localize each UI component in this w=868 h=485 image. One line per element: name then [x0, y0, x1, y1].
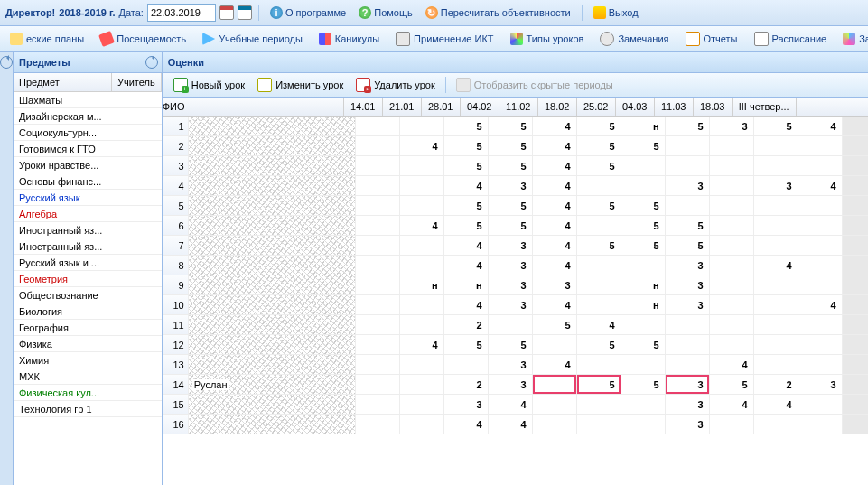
grade-cell[interactable]: 3 — [489, 375, 533, 394]
grade-cell[interactable]: 4 — [444, 176, 489, 195]
grade-cell[interactable]: 5 — [621, 236, 666, 255]
col-date[interactable]: 18.02 — [538, 98, 577, 116]
grade-cell[interactable] — [798, 156, 843, 175]
grade-cell[interactable] — [444, 355, 489, 374]
grade-cell[interactable] — [577, 176, 621, 195]
subject-row[interactable]: Готовимся к ГТО — [14, 141, 162, 157]
subject-row[interactable]: Геометрия — [14, 271, 162, 287]
grade-row[interactable]: 5554555 (4.80) — [163, 196, 868, 216]
grade-cell[interactable] — [577, 256, 621, 275]
subject-row[interactable]: Русский язык — [14, 190, 162, 206]
menu-vacation[interactable]: Каникулы — [312, 30, 387, 48]
grade-cell[interactable] — [356, 156, 400, 175]
grade-cell[interactable]: 5 — [621, 196, 666, 215]
subject-row[interactable]: Алгебра — [14, 206, 162, 222]
grade-cell[interactable]: 4 — [533, 295, 577, 314]
grade-cell[interactable] — [356, 176, 400, 195]
grade-cell[interactable]: 5 — [621, 335, 666, 354]
col-date[interactable]: 14.01 — [344, 98, 383, 116]
grade-cell[interactable]: 5 — [444, 335, 489, 354]
grade-cell[interactable] — [621, 256, 666, 275]
grade-cell[interactable]: 4 — [444, 415, 489, 434]
menu-ict[interactable]: Применение ИКТ — [388, 29, 500, 49]
grade-cell[interactable]: 5 — [577, 196, 621, 215]
grade-cell[interactable]: 5 — [621, 136, 666, 155]
grade-cell[interactable] — [577, 295, 621, 314]
grade-cell[interactable] — [666, 196, 710, 215]
grade-cell[interactable] — [400, 375, 444, 394]
grade-cell[interactable] — [533, 335, 577, 354]
grade-cell[interactable] — [489, 315, 533, 334]
grade-cell[interactable] — [356, 335, 400, 354]
grade-cell[interactable] — [710, 236, 754, 255]
grade-cell[interactable]: 5 — [444, 156, 489, 175]
date-input[interactable] — [147, 4, 216, 22]
grade-cell[interactable]: 5 — [666, 216, 710, 235]
grade-cell[interactable]: 3 — [666, 375, 710, 394]
grade-cell[interactable]: 4 — [444, 256, 489, 275]
grade-cell[interactable] — [356, 315, 400, 334]
grade-cell[interactable] — [798, 216, 843, 235]
grade-cell[interactable]: 3 — [489, 236, 533, 255]
grade-row[interactable]: 15545н53545 (4.50) — [163, 117, 868, 136]
grade-cell[interactable]: 5 — [666, 236, 710, 255]
grade-cell[interactable]: 4 — [533, 117, 577, 135]
grade-cell[interactable] — [798, 236, 843, 255]
grade-cell[interactable] — [798, 335, 843, 354]
subject-row[interactable]: Иностранный яз... — [14, 222, 162, 238]
grade-cell[interactable] — [356, 295, 400, 314]
grade-cell[interactable]: 5 — [444, 136, 489, 155]
grade-cell[interactable] — [798, 275, 843, 294]
grade-cell[interactable] — [710, 196, 754, 215]
grade-cell[interactable] — [754, 335, 798, 354]
grade-row[interactable]: 15343444 (3.60) — [163, 395, 868, 415]
grade-cell[interactable]: 4 — [533, 236, 577, 255]
grade-cell[interactable] — [577, 216, 621, 235]
col-date[interactable]: 04.03 — [616, 98, 655, 116]
grade-cell[interactable] — [798, 136, 843, 155]
grade-row[interactable]: 164434 (3.67) — [163, 415, 868, 434]
subject-row[interactable]: Социокультурн... — [14, 125, 162, 141]
grade-row[interactable]: 355455 (4.75) — [163, 156, 868, 176]
grade-cell[interactable]: 5 — [754, 117, 798, 135]
subject-row[interactable]: Технология гр 1 — [14, 401, 162, 417]
col-teacher[interactable]: Учитель — [112, 73, 162, 91]
refresh-subjects-icon[interactable] — [145, 56, 158, 69]
grade-cell[interactable] — [400, 176, 444, 195]
grade-cell[interactable] — [710, 256, 754, 275]
grade-cell[interactable] — [710, 295, 754, 314]
grade-row[interactable]: 14Руслан235535233 (3.50) — [163, 375, 868, 395]
grade-cell[interactable]: 3 — [489, 275, 533, 294]
grade-cell[interactable]: 3 — [489, 295, 533, 314]
grade-cell[interactable]: 4 — [444, 295, 489, 314]
grade-cell[interactable] — [356, 395, 400, 414]
grade-cell[interactable] — [666, 335, 710, 354]
grade-cell[interactable]: 3 — [710, 117, 754, 135]
grade-cell[interactable] — [754, 156, 798, 175]
grade-cell[interactable]: 4 — [533, 355, 577, 374]
menu-sub[interactable]: Замен — [835, 30, 868, 48]
subject-row[interactable]: Дизайнерская м... — [14, 108, 162, 125]
grade-cell[interactable] — [798, 196, 843, 215]
grade-cell[interactable] — [356, 236, 400, 255]
grade-cell[interactable]: 5 — [577, 156, 621, 175]
grade-cell[interactable] — [356, 256, 400, 275]
grade-cell[interactable] — [400, 415, 444, 434]
grade-cell[interactable]: 3 — [533, 275, 577, 294]
grade-cell[interactable] — [754, 236, 798, 255]
grade-cell[interactable]: н — [621, 117, 666, 135]
subject-row[interactable]: Физическая кул... — [14, 385, 162, 401]
subject-row[interactable]: Основы финанс... — [14, 173, 162, 190]
new-lesson-button[interactable]: Новый урок — [168, 76, 250, 94]
grade-cell[interactable] — [754, 415, 798, 434]
grade-cell[interactable] — [577, 415, 621, 434]
grade-cell[interactable]: н — [621, 295, 666, 314]
col-date[interactable]: 11.02 — [499, 98, 538, 116]
grade-cell[interactable]: 3 — [798, 375, 843, 394]
grade-cell[interactable] — [754, 315, 798, 334]
grade-cell[interactable] — [400, 117, 444, 135]
calendar2-icon[interactable] — [238, 5, 252, 20]
grade-cell[interactable] — [754, 196, 798, 215]
grade-cell[interactable] — [710, 415, 754, 434]
menu-types[interactable]: Типы уроков — [503, 30, 592, 48]
